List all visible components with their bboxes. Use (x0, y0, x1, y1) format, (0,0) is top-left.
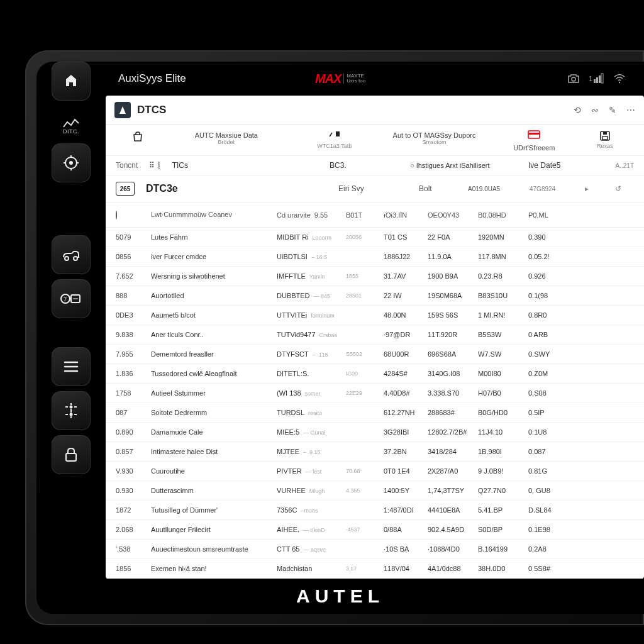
svg-rect-19 (528, 133, 540, 135)
th-3[interactable]: B01T (346, 211, 384, 219)
select-all-icon[interactable] (116, 211, 117, 219)
sidebar-dtc-button[interactable]: DITC. (62, 106, 80, 135)
svg-point-9 (65, 257, 69, 260)
filter-v3: ○ Ihstigues Arxt iSahilisert (410, 162, 517, 169)
chart-small-icon (328, 130, 341, 143)
table-row[interactable]: '.538Auuectimestoun smsreumtrasteCTT 65—… (106, 540, 644, 559)
svg-point-8 (69, 161, 73, 165)
h4-arrow-2[interactable]: ↺ (615, 184, 634, 193)
sidebar-settings-button[interactable] (52, 391, 91, 430)
table-row[interactable]: 0856iver Furcer cmdceUiBDTLSI– 16:51886J… (106, 247, 644, 267)
svg-text:7: 7 (64, 296, 67, 303)
header-tools: ⟲ ∾ ✎ ⋯ (574, 105, 635, 115)
table-row[interactable]: 0DE3Aaumet5 b/cotUTTVITEiforminum48.00N1… (106, 306, 644, 325)
table-row[interactable]: 9.838Aner tlculs Conr..TUTVid9477Crsbas·… (106, 325, 644, 345)
table-row[interactable]: 7.955Dememtord freasllerDTYFSCT– ·115S55… (106, 345, 644, 364)
brand-sub-text: MAXTEUxrs too (343, 74, 365, 84)
top-bar: AuxiSyys Elite MAX MAXTEUxrs too 1 (36, 62, 644, 96)
svg-rect-17 (336, 131, 340, 136)
sidebar-vehicle-button[interactable] (52, 235, 91, 274)
table-row[interactable]: 2.068Auutllunger FrilecirtAIHEE.— tIkinD… (106, 520, 644, 540)
bag-icon (131, 130, 144, 143)
svg-point-10 (74, 257, 77, 260)
svg-point-0 (572, 77, 575, 81)
svg-point-6 (619, 82, 620, 83)
tool-edit-icon[interactable]: ✎ (609, 105, 616, 115)
wifi-icon (614, 73, 625, 84)
screen: DTCS ⟲ ∾ ✎ ⋯ AUTC Maxsiue (106, 96, 644, 579)
tool-more-icon[interactable]: ⋯ (626, 105, 635, 115)
table-row[interactable]: 0.857Intimastere halee DistMJTEE– .9.153… (106, 442, 644, 462)
svg-text:1: 1 (589, 75, 592, 82)
sidebar-menu-button[interactable] (52, 347, 91, 386)
th-4[interactable]: ïOi3.IÏN (384, 211, 428, 219)
table-row[interactable]: 0.930DutterascimmVURHEEMlugh4.3551400:5Y… (106, 481, 644, 501)
filter-v1[interactable]: TICs (172, 161, 188, 170)
th-5[interactable]: OEO0Y43 (428, 211, 478, 219)
device-frame: AuxiSyys Elite MAX MAXTEUxrs too 1 (25, 50, 644, 625)
summary-col-0[interactable] (116, 130, 160, 143)
device-title: AuxiSyys Elite (118, 72, 186, 85)
table-row[interactable]: 087Soitote DedrermmTURDSLresito612.27NH2… (106, 403, 644, 423)
filter-row: Toncnt ⠿ ⦚ TICs BC3. ○ Ihstigues Arxt iS… (106, 156, 644, 175)
table-row[interactable]: 1872Tutusilleg of Dümmer'7356C–mons1:487… (106, 501, 644, 520)
table-row[interactable]: 1758Autieel Sstummer(WI 138somer22E294.4… (106, 384, 644, 403)
svg-point-14 (70, 406, 73, 409)
table-row[interactable]: 0.890Damamude CaleMIEE:5— Gunal3G28IBI12… (106, 423, 644, 442)
summary-col-3[interactable]: Aut to OT MAGSsy Duporc Smsotom (376, 130, 492, 145)
footer-brand: AUTEL (36, 579, 644, 614)
filter-label: Toncnt (116, 161, 138, 170)
section-header: 265 DTC3e Eiri Svy Bolt A019.0UA5 47G892… (106, 175, 644, 203)
filter-v2: BC3. (330, 161, 399, 170)
summary-col-5[interactable]: Rexas (575, 130, 634, 149)
filter-v5: A..21T (596, 162, 634, 169)
table-row[interactable]: 888AuortotiledDUBBTED— 8452850122 IW19S0… (106, 286, 644, 306)
page-title: DTCS (137, 104, 166, 116)
brand-red-text: MAX (315, 72, 341, 86)
svg-rect-2 (594, 79, 596, 83)
page-header: DTCS ⟲ ∾ ✎ ⋯ (106, 96, 644, 125)
filter-v0[interactable]: ⠿ ⦚ (149, 161, 160, 170)
summary-col-4[interactable]: UDrt'Sfreeem (492, 130, 575, 152)
table-row[interactable]: 5079Lutes FährnMIDBIT RiLooorm20056T01 C… (106, 228, 644, 247)
sidebar-counter-button[interactable]: 7 (52, 279, 91, 318)
h4-arrow-1[interactable]: ▸ (585, 184, 604, 193)
sidebar: DITC. 7 (36, 96, 106, 579)
h4-c5: A019.0UA5 (468, 186, 518, 192)
svg-rect-3 (596, 77, 598, 83)
svg-point-15 (70, 413, 73, 416)
svg-rect-21 (602, 136, 608, 140)
data-table: Lwt·Cunmmmoüw Coanev Cd urarvite9.55 B01… (106, 203, 644, 579)
section-title: DTC3e (146, 183, 178, 194)
h4-c2: Eiri Svy (338, 184, 408, 193)
table-header: Lwt·Cunmmmoüw Coanev Cd urarvite9.55 B01… (106, 203, 644, 228)
h4-c4: Bolt (419, 184, 457, 193)
th-7[interactable]: P0.ML (528, 211, 570, 219)
tool-link-icon[interactable]: ∾ (591, 105, 599, 115)
table-row[interactable]: 7.652Wersning is silwotihenetIMFFTLEYanı… (106, 267, 644, 286)
table-row[interactable]: 1.836Tussodored cwlë AleagfinaitDITETL:S… (106, 364, 644, 384)
camera-icon (567, 73, 580, 84)
table-row[interactable]: V.930CuuroutihePIVTER— lest70.680T0 1E42… (106, 462, 644, 481)
th-desc[interactable]: Lwt·Cunmmmoüw Coanev (151, 211, 277, 218)
sidebar-target-button[interactable] (52, 143, 91, 182)
count-box: 265 (116, 182, 135, 196)
filter-v4: Ive Date5 (528, 161, 585, 170)
h4-c6: 47G8924 (530, 186, 574, 192)
svg-rect-16 (66, 453, 76, 461)
summary-col-2[interactable]: WTC1a3 Tatb (293, 130, 376, 149)
th-6[interactable]: B0.08HD (478, 211, 528, 219)
page-icon (114, 102, 131, 118)
card-red-icon (528, 130, 540, 143)
svg-rect-22 (603, 132, 607, 135)
brand-logo: MAX MAXTEUxrs too (315, 72, 365, 86)
save-icon (599, 130, 611, 143)
table-row[interactable]: 1856Exemen hi‹ä stan!Madchistan3.c7118V/… (106, 559, 644, 579)
bezel: AuxiSyys Elite MAX MAXTEUxrs too 1 (36, 62, 644, 614)
sidebar-lock-button[interactable] (52, 435, 91, 474)
summary-row: AUTC Maxsiue Data Brödet WTC1a3 Tatb Aut… (106, 125, 644, 156)
svg-rect-4 (599, 75, 601, 83)
summary-col-1[interactable]: AUTC Maxsiue Data Brödet (160, 130, 293, 145)
signal-icon: 1 (589, 73, 605, 84)
tool-refresh-icon[interactable]: ⟲ (574, 105, 581, 115)
